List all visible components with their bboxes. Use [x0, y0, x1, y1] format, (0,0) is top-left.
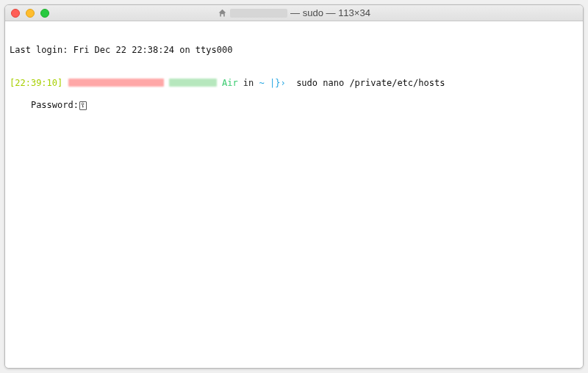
- window-titlebar[interactable]: — sudo — 113×34: [5, 5, 583, 21]
- in-text: in: [243, 78, 259, 88]
- minimize-button[interactable]: [26, 9, 35, 18]
- terminal-body[interactable]: Last login: Fri Dec 22 22:38:24 on ttys0…: [5, 21, 583, 368]
- title-text: — sudo — 113×34: [290, 7, 370, 18]
- close-button[interactable]: [11, 9, 20, 18]
- cwd-tilde: ~: [259, 78, 265, 88]
- window-title: — sudo — 113×34: [5, 7, 583, 18]
- last-login-line: Last login: Fri Dec 22 22:38:24 on ttys0…: [10, 45, 578, 56]
- svg-rect-2: [82, 106, 84, 107]
- maximize-button[interactable]: [40, 9, 49, 18]
- host-suffix: Air: [217, 78, 243, 88]
- command-text: sudo nano /private/etc/hosts: [291, 78, 445, 88]
- home-icon: [218, 8, 227, 18]
- key-icon: [79, 101, 87, 110]
- traffic-lights: [11, 9, 49, 18]
- timestamp-close: ]: [57, 78, 62, 88]
- title-redacted: [230, 9, 287, 18]
- host-redacted: [169, 79, 217, 87]
- prompt-symbol: |}›: [265, 78, 291, 88]
- user-redacted: [68, 79, 164, 87]
- timestamp: 22:39:10: [15, 78, 57, 88]
- terminal-window: — sudo — 113×34 Last login: Fri Dec 22 2…: [4, 4, 584, 369]
- password-label: Password:: [31, 100, 79, 111]
- prompt-line: [22:39:10] Air in ~ |}› sudo nano /priva…: [10, 78, 578, 89]
- password-line: Password:: [31, 100, 87, 111]
